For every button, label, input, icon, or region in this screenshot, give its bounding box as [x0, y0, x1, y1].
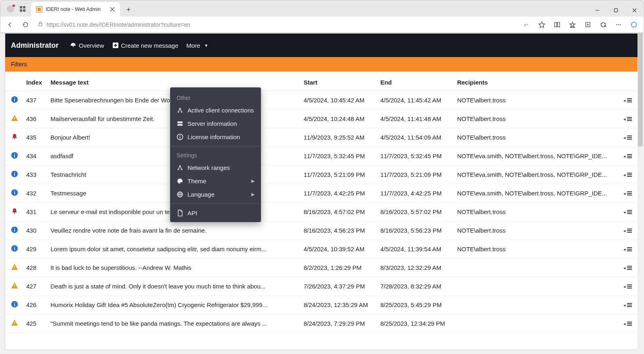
cell-message: Humorix Holiday Gift Idea #5 AbsoluteZer… [46, 296, 299, 314]
browser-tab[interactable]: IDERI note - Web Admin [31, 2, 120, 17]
cell-end: 4/5/2024, 11:39:54 AM [376, 240, 453, 259]
row-actions-button[interactable]: ◂ [619, 314, 639, 333]
row-actions-button[interactable]: ◂ [619, 110, 639, 128]
table-row[interactable]: 436Mailserverausfall für unbestimmte Zei… [5, 110, 639, 128]
menu-server-info[interactable]: Server information [170, 117, 261, 130]
page-scrollbar[interactable] [638, 33, 643, 350]
cell-recipients: NOTE\eva.smith, NOTE\albert.tross, NOTE\… [453, 147, 619, 165]
favorites-bar-button[interactable] [565, 18, 580, 31]
table-row[interactable]: 431Le serveur e-mail est indisponible po… [5, 203, 639, 221]
col-start[interactable]: Start [299, 74, 376, 91]
row-actions-button[interactable]: ◂ [619, 259, 639, 277]
cell-start: 8/16/2023, 4:56:23 PM [299, 221, 376, 240]
cell-index: 425 [22, 314, 46, 333]
settings-menu-button[interactable] [611, 18, 626, 31]
menu-network-ranges[interactable]: Network ranges [170, 161, 261, 174]
tab-close-button[interactable] [109, 6, 115, 12]
svg-point-23 [616, 24, 617, 25]
table-row[interactable]: 435Bonjour Albert!11/9/2023, 9:25:52 AM4… [5, 128, 639, 147]
cell-index: 432 [22, 184, 46, 203]
chevron-right-icon: ▶ [251, 178, 255, 184]
table-row[interactable]: 427Death is just a state of mind. Only i… [5, 277, 639, 296]
table-row[interactable]: 429Lorem ipsum dolor sit amet, consetetu… [5, 240, 639, 259]
maximize-button[interactable] [606, 4, 625, 17]
copilot-button[interactable] [627, 18, 641, 31]
tab-title: IDERI note - Web Admin [46, 6, 106, 12]
col-index[interactable]: Index [22, 74, 46, 91]
new-tab-button[interactable]: + [122, 4, 135, 16]
reload-button[interactable] [18, 18, 33, 31]
cell-recipients [453, 314, 619, 333]
extensions-button[interactable] [596, 18, 610, 31]
table-row[interactable]: 433Testnachricht11/7/2023, 5:21:09 PM11/… [5, 165, 639, 184]
svg-rect-53 [14, 172, 15, 173]
row-actions-button[interactable]: ◂ [619, 184, 639, 203]
hamburger-icon [627, 320, 632, 327]
app-frame: Administrator Overview Create new messag… [5, 33, 639, 350]
row-actions-button[interactable]: ◂ [619, 165, 639, 184]
svg-rect-95 [14, 324, 15, 325]
nav-create-message[interactable]: Create new message [108, 40, 183, 51]
split-screen-button[interactable] [550, 18, 564, 31]
close-window-button[interactable] [625, 4, 644, 17]
row-actions-button[interactable]: ◂ [619, 147, 639, 165]
svg-rect-46 [14, 155, 15, 157]
menu-language[interactable]: Language ▶ [170, 188, 261, 201]
address-bar[interactable]: https://sv01.note.dev/IDERInote/administ… [34, 21, 518, 28]
row-actions-button[interactable]: ◂ [619, 240, 639, 259]
table-row[interactable]: 434asdfasdf11/7/2023, 5:32:45 PM11/7/202… [5, 147, 639, 165]
severity-info-icon [11, 301, 18, 308]
row-actions-button[interactable]: ◂ [619, 296, 639, 314]
cell-start: 8/24/2023, 7:29:29 PM [299, 314, 376, 333]
scrollbar-thumb[interactable] [638, 33, 643, 146]
cell-recipients [453, 277, 619, 296]
cell-end: 4/5/2024, 11:41:48 AM [376, 110, 453, 128]
menu-license-info-label: License information [187, 134, 240, 140]
nav-overview[interactable]: Overview [66, 40, 108, 51]
cell-start: 4/5/2024, 10:24:48 AM [299, 110, 376, 128]
row-actions-button[interactable]: ◂ [619, 277, 639, 296]
cell-index: 429 [22, 240, 46, 259]
minimize-button[interactable] [588, 4, 606, 17]
collections-button[interactable] [581, 18, 595, 31]
severity-info-icon [11, 189, 18, 196]
table-row[interactable]: 432Testmessage11/7/2023, 4:42:25 PM11/7/… [5, 184, 639, 203]
row-actions-button[interactable]: ◂ [619, 91, 639, 110]
col-end[interactable]: End [376, 74, 453, 91]
nav-more[interactable]: More ▼ [182, 40, 212, 51]
cell-end: 4/5/2024, 11:45:42 AM [376, 91, 453, 110]
back-button[interactable] [3, 18, 17, 31]
table-row[interactable]: 425"Summit meetings tend to be like pand… [5, 314, 639, 333]
menu-theme[interactable]: Theme ▶ [170, 174, 261, 188]
col-recipients[interactable]: Recipients [453, 74, 619, 91]
row-actions-button[interactable]: ◂ [619, 128, 639, 147]
table-row[interactable]: 430Veuillez rendre votre note de frais a… [5, 221, 639, 240]
col-actions [619, 74, 639, 91]
caret-left-icon: ◂ [623, 172, 626, 177]
svg-rect-0 [20, 6, 22, 8]
network-icon [177, 107, 183, 114]
cell-index: 437 [22, 91, 46, 110]
row-actions-button[interactable]: ◂ [619, 221, 639, 240]
hamburger-icon [627, 302, 632, 309]
cell-end: 8/3/2023, 12:32:29 AM [376, 259, 453, 277]
menu-api[interactable]: API [170, 206, 261, 220]
row-actions-button[interactable]: ◂ [619, 203, 639, 221]
workspaces-button[interactable] [17, 3, 29, 15]
table-row[interactable]: 437Bitte Spesenabrechnungen bis Ende der… [5, 91, 639, 110]
filters-bar[interactable]: Filters [5, 57, 639, 72]
cell-index: 433 [22, 165, 46, 184]
cell-message: Veuillez rendre votre note de frais avan… [46, 221, 299, 240]
menu-license-info[interactable]: License information [170, 130, 261, 144]
svg-rect-38 [14, 120, 15, 121]
profile-button[interactable] [4, 3, 17, 15]
table-row[interactable]: 426Humorix Holiday Gift Idea #5 Absolute… [5, 296, 639, 314]
cell-start: 8/2/2023, 1:26:29 PM [299, 259, 376, 277]
menu-active-connections[interactable]: Active client connections [170, 104, 261, 117]
favorite-button[interactable] [535, 18, 549, 31]
filters-label: Filters [11, 61, 27, 68]
cell-start: 11/7/2023, 4:42:25 PM [299, 184, 376, 203]
table-row[interactable]: 428It is bad luck to be superstitious. -… [5, 259, 639, 277]
read-aloud-button[interactable]: A⁺ [519, 18, 534, 31]
severity-bell-icon [11, 133, 18, 140]
